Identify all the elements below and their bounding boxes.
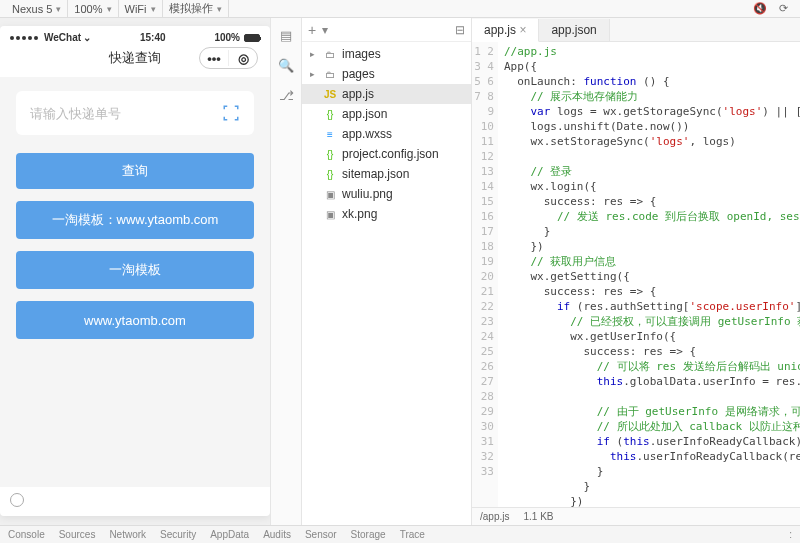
branch-icon[interactable]: ⎇ [277,86,295,104]
tab-security[interactable]: Security [160,529,196,540]
tab-storage[interactable]: Storage [351,529,386,540]
action-dropdown[interactable]: 模拟操作▾ [163,0,229,17]
tab-network[interactable]: Network [109,529,146,540]
template-button-1[interactable]: 一淘模板：www.ytaomb.com [16,201,254,239]
tracking-input[interactable] [30,106,222,121]
file-app-json[interactable]: {}app.json [302,104,471,124]
clock: 15:40 [140,32,166,43]
more-icon[interactable]: ••• [200,51,228,66]
search-icon[interactable]: 🔍 [277,56,295,74]
editor-tabs: app.js × app.json [472,18,800,42]
query-button[interactable]: 查询 [16,153,254,189]
simulator-toolbar: Nexus 5▾ 100%▾ WiFi▾ 模拟操作▾ 🔇 ⟳ [0,0,800,18]
code-area[interactable]: 1 2 3 4 5 6 7 8 9 10 11 12 13 14 15 16 1… [472,42,800,507]
file-sitemap[interactable]: {}sitemap.json [302,164,471,184]
phone-statusbar: WeChat⌄ 15:40 100% [0,26,270,45]
phone-titlebar: 快递查询 •••◎ [0,45,270,77]
folder-images[interactable]: ▸🗀images [302,44,471,64]
battery-icon [244,34,260,42]
tab-sources[interactable]: Sources [59,529,96,540]
new-file-icon[interactable]: + [308,22,316,38]
devtools-tabs: Console Sources Network Security AppData… [0,525,800,543]
tab-console[interactable]: Console [8,529,45,540]
file-project-config[interactable]: {}project.config.json [302,144,471,164]
tab-app-js[interactable]: app.js × [472,19,539,42]
file-xk-png[interactable]: ▣xk.png [302,204,471,224]
tab-appdata[interactable]: AppData [210,529,249,540]
simulator-pane: WeChat⌄ 15:40 100% 快递查询 •••◎ 查询 一淘模板：www… [0,18,270,525]
wifi-icon: ⌄ [83,32,91,43]
file-app-js[interactable]: JSapp.js [302,84,471,104]
tab-trace[interactable]: Trace [400,529,425,540]
network-dropdown[interactable]: WiFi▾ [119,0,163,17]
explorer-icon[interactable]: ▤ [277,26,295,44]
editor-statusline: /app.js1.1 KBJavaSc [472,507,800,525]
close-icon[interactable]: × [519,23,526,37]
scan-icon[interactable] [222,104,240,122]
editor-sidebar: ▤ 🔍 ⎇ [270,18,302,525]
capsule[interactable]: •••◎ [199,47,258,69]
search-box[interactable] [16,91,254,135]
rotate-icon[interactable]: ⟳ [773,2,794,15]
target-icon[interactable]: ◎ [229,51,257,66]
tab-sensor[interactable]: Sensor [305,529,337,540]
code-editor: app.js × app.json 1 2 3 4 5 6 7 8 9 10 1… [472,18,800,525]
template-button-3[interactable]: www.ytaomb.com [16,301,254,339]
folder-pages[interactable]: ▸🗀pages [302,64,471,84]
mute-icon[interactable]: 🔇 [747,2,773,15]
file-app-wxss[interactable]: ≡app.wxss [302,124,471,144]
info-icon[interactable] [10,493,24,507]
device-dropdown[interactable]: Nexus 5▾ [6,0,68,17]
tab-audits[interactable]: Audits [263,529,291,540]
zoom-dropdown[interactable]: 100%▾ [68,0,118,17]
page-title: 快递查询 [109,49,161,67]
template-button-2[interactable]: 一淘模板 [16,251,254,289]
collapse-icon[interactable]: ⊟ [455,23,465,37]
tab-app-json[interactable]: app.json [539,19,609,41]
file-explorer: +▾⊟ ▸🗀images ▸🗀pages JSapp.js {}app.json… [302,18,472,525]
file-wuliu-png[interactable]: ▣wuliu.png [302,184,471,204]
phone-frame: WeChat⌄ 15:40 100% 快递查询 •••◎ 查询 一淘模板：www… [0,26,270,516]
